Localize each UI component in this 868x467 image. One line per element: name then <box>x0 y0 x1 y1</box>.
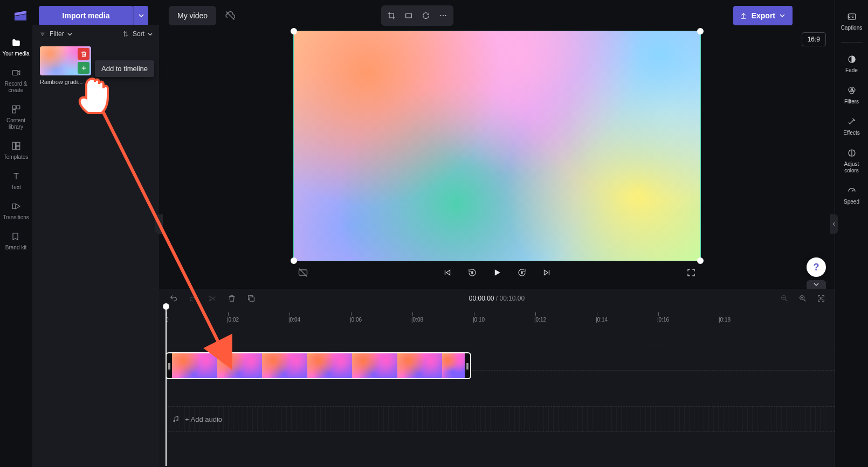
more-tools[interactable] <box>435 8 451 24</box>
export-button[interactable]: Export <box>733 6 793 25</box>
svg-text:5: 5 <box>521 271 522 274</box>
skip-forward-button[interactable] <box>539 265 554 280</box>
zoom-fit-button[interactable] <box>815 292 827 304</box>
sidebar-item-transitions[interactable]: Transitions <box>2 198 31 223</box>
chevron-down-icon <box>780 13 785 18</box>
delete-clip-button[interactable] <box>226 292 238 304</box>
fit-tool[interactable] <box>401 8 417 24</box>
sidebar-item-label: Fade <box>845 67 858 73</box>
sidebar-item-content-library[interactable]: Content library <box>2 101 31 133</box>
hide-preview-button[interactable] <box>295 265 311 280</box>
sidebar-item-label: Transitions <box>3 214 29 220</box>
collapse-left-panel[interactable] <box>155 214 163 234</box>
divider <box>841 42 863 43</box>
import-media-button[interactable]: Import media <box>39 6 133 25</box>
sort-icon <box>122 30 129 38</box>
add-to-timeline-button[interactable] <box>78 62 89 74</box>
zoom-in-button[interactable] <box>797 292 809 304</box>
sidebar-item-label: Templates <box>4 154 29 160</box>
svg-rect-25 <box>250 297 254 301</box>
sidebar-item-captions[interactable]: Captions <box>837 8 867 37</box>
ruler-tick: |0:08 <box>411 312 423 323</box>
video-clip[interactable]: ‖ ‖ <box>166 352 471 379</box>
chevron-down-icon <box>148 32 153 37</box>
sort-dropdown[interactable]: Sort <box>122 30 153 38</box>
tooltip-add-to-timeline: Add to timeline <box>95 60 154 77</box>
filter-dropdown[interactable]: Filter <box>39 30 72 38</box>
sidebar-item-label: Brand kit <box>5 245 26 250</box>
rotate-tool[interactable] <box>418 8 434 24</box>
crop-tool[interactable] <box>383 8 399 24</box>
svg-rect-7 <box>16 106 19 109</box>
undo-button[interactable] <box>168 292 180 304</box>
timeline-toolbar: 00:00.00 / 00:10.00 <box>159 289 835 308</box>
ruler-tick: |0:10 <box>473 312 485 323</box>
svg-rect-9 <box>12 142 15 150</box>
clip-trim-right[interactable]: ‖ <box>465 353 470 378</box>
ruler-tick: |0:04 <box>288 312 300 323</box>
duplicate-button[interactable] <box>245 292 257 304</box>
sidebar-item-speed[interactable]: Speed <box>837 182 867 211</box>
svg-rect-5 <box>12 71 18 75</box>
sidebar-item-text[interactable]: Text <box>2 168 31 193</box>
media-panel: Filter Sort Rainbow gradi... <box>32 25 159 467</box>
forward-button[interactable]: 5 <box>514 265 529 280</box>
sidebar-item-label: Text <box>11 184 20 190</box>
sidebar-item-record-create[interactable]: Record & create <box>2 65 31 96</box>
right-sidebar: Captions Fade Filters Effects Adjust col… <box>835 0 868 467</box>
current-time: 00:00.00 <box>469 295 494 302</box>
zoom-out-button[interactable] <box>779 292 790 304</box>
svg-point-23 <box>210 296 211 297</box>
media-thumbnail-label: Rainbow gradi... <box>40 79 91 85</box>
project-title[interactable]: My video <box>169 6 216 25</box>
music-icon <box>172 415 180 423</box>
play-button[interactable] <box>490 265 505 280</box>
collapse-right-panel[interactable] <box>830 214 838 234</box>
svg-rect-12 <box>12 204 16 209</box>
timeline-tracks: + Add text + Add audio <box>159 323 835 467</box>
timeline-ruler[interactable]: 0 |0:02 |0:04 |0:06 |0:08 |0:10 |0:12 |0… <box>166 308 835 323</box>
sidebar-item-templates[interactable]: Templates <box>2 138 31 163</box>
split-button[interactable] <box>206 292 218 304</box>
redo-button[interactable] <box>187 292 199 304</box>
left-sidebar: Your media Record & create Content libra… <box>0 30 32 467</box>
ruler-tick: |0:06 <box>350 312 362 323</box>
sidebar-item-adjust-colors[interactable]: Adjust colors <box>837 144 867 179</box>
svg-rect-1 <box>406 13 412 18</box>
svg-rect-6 <box>12 106 16 109</box>
app-logo[interactable] <box>11 6 30 25</box>
resize-handle-tl[interactable] <box>291 28 297 34</box>
preview-canvas[interactable] <box>293 31 701 261</box>
import-media-dropdown[interactable] <box>133 6 148 25</box>
sidebar-item-effects[interactable]: Effects <box>837 113 867 142</box>
sidebar-item-label: Captions <box>841 25 862 31</box>
resize-handle-tr[interactable] <box>697 28 704 34</box>
sidebar-item-brand-kit[interactable]: Brand kit <box>2 228 31 253</box>
svg-text:5: 5 <box>471 271 473 274</box>
media-panel-tools: Filter Sort <box>32 25 159 43</box>
media-thumbnail[interactable]: Rainbow gradi... <box>40 46 91 85</box>
clip-trim-left[interactable]: ‖ <box>167 353 172 378</box>
collapse-preview-button[interactable] <box>807 280 826 289</box>
rewind-button[interactable]: 5 <box>465 265 480 280</box>
delete-media-button[interactable] <box>78 48 89 60</box>
cloud-off-icon[interactable] <box>221 6 240 25</box>
sidebar-item-label: Speed <box>844 199 859 205</box>
sidebar-item-label: Record & create <box>5 81 27 93</box>
media-thumbnail-image <box>40 46 91 75</box>
help-button[interactable]: ? <box>807 257 826 277</box>
sidebar-item-fade[interactable]: Fade <box>837 50 867 79</box>
svg-rect-11 <box>16 147 20 150</box>
fullscreen-button[interactable] <box>684 265 699 280</box>
ruler-tick: |0:14 <box>596 312 608 323</box>
skip-back-button[interactable] <box>440 265 455 280</box>
sidebar-item-filters[interactable]: Filters <box>837 81 867 110</box>
playhead[interactable] <box>166 306 167 466</box>
time-display: 00:00.00 / 00:10.00 <box>469 295 525 302</box>
ruler-tick: |0:12 <box>534 312 546 323</box>
audio-lane[interactable]: + Add audio <box>166 406 835 432</box>
sidebar-item-your-media[interactable]: Your media <box>2 34 31 59</box>
sort-label: Sort <box>133 30 144 38</box>
svg-point-24 <box>210 299 211 301</box>
sidebar-item-label: Your media <box>2 51 29 57</box>
